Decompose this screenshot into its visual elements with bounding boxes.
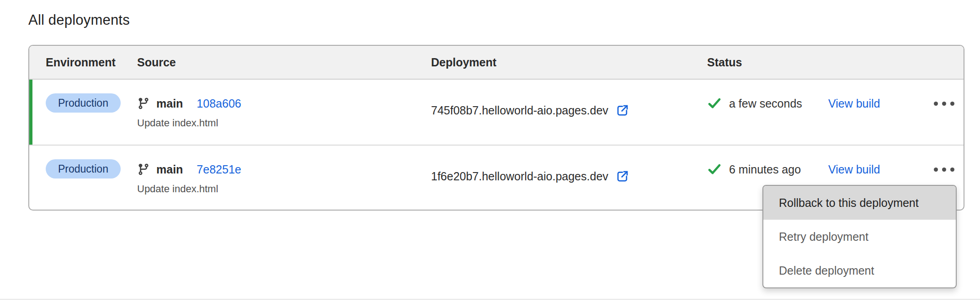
environment-cell: Production	[29, 146, 137, 210]
deployment-cell: 745f08b7.helloworld-aio.pages.dev	[431, 93, 707, 127]
environment-badge: Production	[46, 93, 121, 113]
view-build-link[interactable]: View build	[828, 163, 880, 176]
header-environment: Environment	[29, 56, 137, 69]
view-build-link[interactable]: View build	[828, 97, 880, 110]
header-status: Status	[707, 56, 828, 69]
menu-item-retry[interactable]: Retry deployment	[763, 220, 956, 254]
commit-link[interactable]: 108a606	[197, 97, 241, 110]
environment-cell: Production	[29, 80, 137, 145]
header-source: Source	[137, 56, 431, 69]
check-icon	[707, 162, 722, 177]
git-branch-icon	[137, 97, 150, 110]
commit-message: Update index.html	[137, 183, 431, 195]
header-deployment: Deployment	[431, 56, 707, 69]
status-cell: 6 minutes ago	[707, 159, 828, 179]
branch-name: main	[156, 97, 183, 110]
source-cell: main 108a606 Update index.html	[137, 80, 431, 145]
kebab-menu-icon[interactable]	[931, 93, 957, 114]
git-branch-icon	[137, 163, 150, 176]
deployment-url: 1f6e20b7.helloworld-aio.pages.dev	[431, 170, 608, 183]
current-deployment-indicator	[29, 80, 32, 145]
status-cell: a few seconds	[707, 93, 828, 114]
check-icon	[707, 96, 722, 111]
branch-name: main	[156, 163, 183, 176]
external-link-icon[interactable]	[616, 103, 629, 117]
status-time: a few seconds	[729, 97, 802, 110]
menu-item-delete[interactable]: Delete deployment	[763, 254, 956, 287]
deployment-url: 745f08b7.helloworld-aio.pages.dev	[431, 104, 608, 117]
commit-message: Update index.html	[137, 117, 431, 129]
section-divider	[0, 299, 980, 300]
status-time: 6 minutes ago	[729, 163, 801, 176]
menu-item-rollback[interactable]: Rollback to this deployment	[763, 186, 956, 220]
row-menu-cell	[924, 80, 964, 145]
table-header-row: Environment Source Deployment Status	[29, 46, 964, 80]
table-row: Production main 108a606 Update index.htm…	[29, 80, 964, 145]
page-title: All deployments	[28, 12, 130, 28]
commit-link[interactable]: 7e8251e	[197, 163, 241, 176]
environment-badge: Production	[46, 159, 121, 179]
deployment-context-menu: Rollback to this deployment Retry deploy…	[762, 185, 957, 288]
view-build-cell: View build	[828, 80, 924, 145]
kebab-menu-icon[interactable]	[931, 159, 957, 179]
deployments-page: All deployments Environment Source Deplo…	[0, 0, 980, 303]
external-link-icon[interactable]	[616, 169, 629, 183]
source-cell: main 7e8251e Update index.html	[137, 146, 431, 210]
deployment-cell: 1f6e20b7.helloworld-aio.pages.dev	[431, 159, 707, 193]
